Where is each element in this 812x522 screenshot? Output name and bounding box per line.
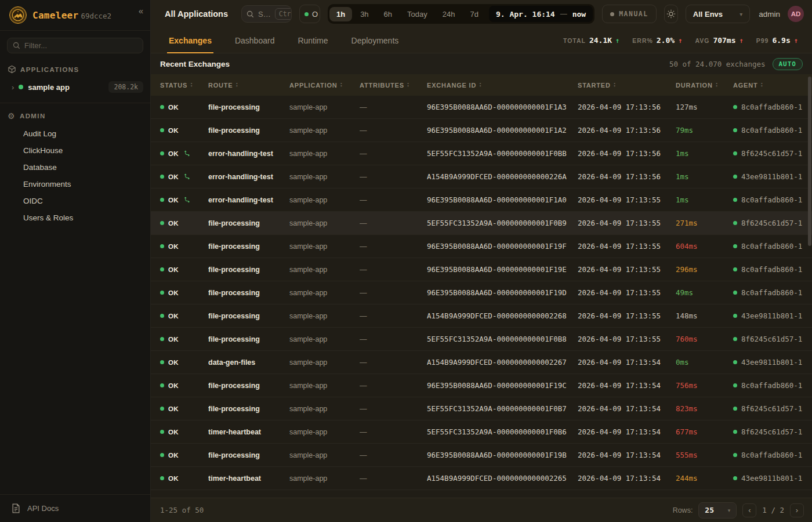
route-cell: file-processing bbox=[208, 266, 289, 274]
column-header-agent[interactable]: AGENT∶ bbox=[733, 81, 803, 89]
tab-runtime[interactable]: Runtime bbox=[296, 28, 329, 53]
prev-page-button[interactable]: ‹ bbox=[742, 503, 756, 517]
date-range-display[interactable]: 9. Apr. 16:14 — now bbox=[489, 6, 593, 22]
started-cell: 2026-04-09 17:13:55 bbox=[578, 242, 676, 251]
table-row[interactable]: OKfile-processingsample-app—96E395B0088A… bbox=[151, 235, 812, 258]
page-title: All Applications bbox=[165, 9, 228, 19]
application-cell: sample-app bbox=[289, 289, 360, 297]
column-header-started[interactable]: STARTED∶ bbox=[578, 81, 676, 89]
application-cell: sample-app bbox=[289, 173, 360, 181]
exchange-count: 50 of 24.070 exchanges bbox=[669, 60, 766, 68]
sort-icon: ∶ bbox=[236, 81, 238, 89]
agent-id: 8c0affadb860-1 bbox=[741, 242, 802, 251]
table-row[interactable]: OKfile-processingsample-app—96E395B0088A… bbox=[151, 444, 812, 467]
status-label: OK bbox=[168, 173, 179, 180]
status-cell: OK bbox=[160, 289, 208, 296]
sidebar-item-oidc[interactable]: OIDC bbox=[0, 193, 150, 209]
table-row[interactable]: OKfile-processingsample-app—96E395B0088A… bbox=[151, 119, 812, 142]
manual-mode-button[interactable]: MANUAL bbox=[602, 5, 657, 23]
global-search[interactable]: S… Ctrl+K bbox=[241, 5, 292, 23]
rows-per-page-select[interactable]: 25 ▾ bbox=[698, 502, 737, 519]
collapse-sidebar-icon[interactable]: « bbox=[139, 6, 143, 16]
exchange-id-cell: A154B9A999DFCED-000000000000226A bbox=[427, 172, 578, 181]
table-row[interactable]: OKfile-processingsample-app—96E395B0088A… bbox=[151, 374, 812, 397]
admin-nav: Audit LogClickHouseDatabaseEnvironmentsO… bbox=[0, 124, 150, 231]
env-select[interactable]: All Envs ▾ bbox=[686, 5, 750, 23]
status-label: OK bbox=[168, 266, 179, 273]
duration-cell: 604ms bbox=[676, 242, 733, 251]
table-row[interactable]: OKfile-processingsample-app—96E395B0088A… bbox=[151, 281, 812, 304]
table-row[interactable]: OKerror-handling-testsample-app—96E395B0… bbox=[151, 188, 812, 212]
stat-avg: AVG707ms↑ bbox=[695, 36, 743, 45]
tab-dashboard[interactable]: Dashboard bbox=[233, 28, 277, 53]
status-cell: OK bbox=[160, 197, 208, 204]
sidebar-item-environments[interactable]: Environments bbox=[0, 176, 150, 193]
auto-refresh-badge[interactable]: AUTO bbox=[773, 58, 803, 70]
column-header-attributes[interactable]: ATTRIBUTES∶ bbox=[360, 81, 427, 89]
table-title: Recent Exchanges bbox=[160, 60, 230, 68]
tab-exchanges[interactable]: Exchanges bbox=[167, 28, 213, 53]
api-docs-link[interactable]: API Docs bbox=[0, 494, 150, 522]
table-row[interactable]: OKfile-processingsample-app—96E395B0088A… bbox=[151, 96, 812, 119]
agent-id: 8f6245c61d57-1 bbox=[741, 149, 802, 158]
filter-input[interactable] bbox=[24, 41, 137, 50]
stat-value: 6.9s bbox=[772, 36, 790, 45]
vertical-scrollbar[interactable] bbox=[808, 77, 811, 246]
started-cell: 2026-04-09 17:13:56 bbox=[578, 126, 676, 135]
exchange-id-cell: 5EF55FC31352A9A-000000000001F0B7 bbox=[427, 404, 578, 413]
column-header-exchange-id[interactable]: EXCHANGE ID∶ bbox=[427, 81, 578, 89]
table-row[interactable]: OKfile-processingsample-app—5EF55FC31352… bbox=[151, 397, 812, 420]
status-dot bbox=[160, 291, 164, 295]
range-button-6h[interactable]: 6h bbox=[377, 7, 399, 21]
sidebar-item-audit-log[interactable]: Audit Log bbox=[0, 125, 150, 142]
range-button-7d[interactable]: 7d bbox=[463, 7, 485, 21]
range-button-1h[interactable]: 1h bbox=[329, 7, 352, 21]
column-header-application[interactable]: APPLICATION∶ bbox=[289, 81, 360, 89]
table-row[interactable]: OKerror-handling-testsample-app—5EF55FC3… bbox=[151, 142, 812, 165]
sidebar-item-database[interactable]: Database bbox=[0, 159, 150, 176]
sidebar-item-sample-app[interactable]: › sample app 208.2k bbox=[0, 77, 150, 97]
table-titlebar: Recent Exchanges 50 of 24.070 exchanges … bbox=[151, 53, 812, 74]
status-cell: OK bbox=[160, 452, 208, 459]
chevron-right-icon[interactable]: › bbox=[12, 83, 14, 92]
table-row[interactable]: OKfile-processingsample-app—5EF55FC31352… bbox=[151, 212, 812, 235]
chevron-down-icon: ▾ bbox=[728, 507, 731, 513]
agent-id: 43ee9811b801-1 bbox=[741, 172, 802, 181]
status-label: OK bbox=[168, 336, 179, 343]
sidebar-item-users-roles[interactable]: Users & Roles bbox=[0, 209, 150, 226]
sort-icon: ∶ bbox=[614, 81, 616, 89]
table-row[interactable]: OKtimer-heartbeatsample-app—A154B9A999DF… bbox=[151, 467, 812, 490]
topbar: All Applications S… Ctrl+K O 1h3h6hToday… bbox=[151, 0, 812, 28]
main: All Applications S… Ctrl+K O 1h3h6hToday… bbox=[151, 0, 812, 522]
range-button-3h[interactable]: 3h bbox=[353, 7, 375, 21]
range-button-24h[interactable]: 24h bbox=[436, 7, 462, 21]
agent-status-dot bbox=[733, 360, 737, 364]
avatar[interactable]: AD bbox=[788, 6, 804, 22]
column-header-status[interactable]: STATUS∶ bbox=[160, 81, 208, 89]
live-status-button[interactable]: O bbox=[299, 5, 320, 23]
table-row[interactable]: OKdata-gen-filessample-app—A154B9A999DFC… bbox=[151, 351, 812, 374]
range-button-today[interactable]: Today bbox=[400, 7, 434, 21]
application-cell: sample-app bbox=[289, 126, 360, 135]
table-row[interactable]: OKfile-processingsample-app—A154B9A999DF… bbox=[151, 304, 812, 328]
table-row[interactable]: OKfile-processingsample-app—5EF55FC31352… bbox=[151, 328, 812, 351]
table-row[interactable]: OKfile-processingsample-app—96E395B0088A… bbox=[151, 258, 812, 281]
column-header-route[interactable]: ROUTE∶ bbox=[208, 81, 289, 89]
exchange-id-cell: A154B9A999DFCED-0000000000002268 bbox=[427, 311, 578, 320]
sidebar-item-clickhouse[interactable]: ClickHouse bbox=[0, 142, 150, 159]
range-start: 9. Apr. 16:14 bbox=[496, 10, 555, 19]
agent-status-dot bbox=[733, 267, 737, 271]
next-page-button[interactable]: › bbox=[790, 503, 804, 517]
application-cell: sample-app bbox=[289, 382, 360, 390]
cameleer-logo-icon bbox=[9, 6, 27, 24]
theme-toggle-button[interactable] bbox=[664, 5, 678, 23]
column-header-duration[interactable]: DURATION∶ bbox=[676, 81, 733, 89]
sidebar-filter[interactable] bbox=[7, 38, 143, 53]
document-icon bbox=[12, 503, 20, 513]
status-label: OK bbox=[168, 197, 179, 204]
table-row[interactable]: OKerror-handling-testsample-app—A154B9A9… bbox=[151, 165, 812, 188]
column-label: ROUTE bbox=[208, 82, 233, 89]
duration-cell: 1ms bbox=[676, 172, 733, 181]
table-row[interactable]: OKtimer-heartbeatsample-app—5EF55FC31352… bbox=[151, 420, 812, 444]
tab-deployments[interactable]: Deployments bbox=[350, 28, 401, 53]
